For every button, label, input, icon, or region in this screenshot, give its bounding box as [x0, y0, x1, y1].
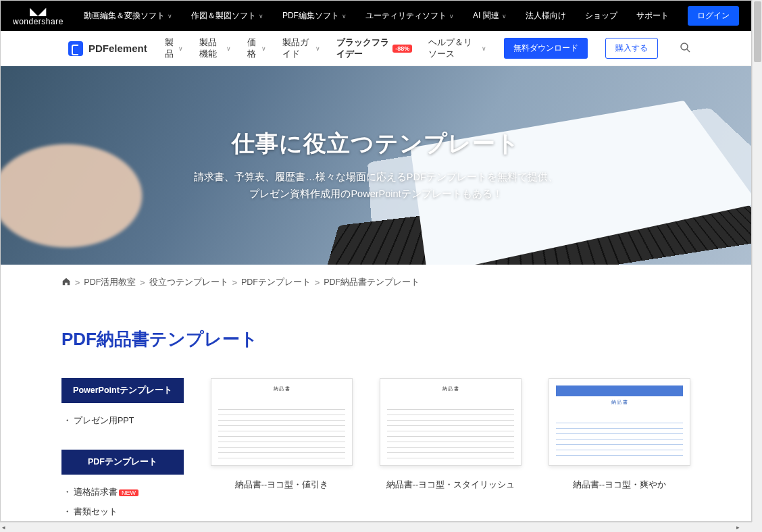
crumb-pdf-templates[interactable]: PDFテンプレート	[241, 277, 311, 288]
new-badge: NEW	[119, 489, 138, 496]
template-card: 納 品 書 納品書--ヨコ型・値引き	[211, 378, 353, 522]
chevron-down-icon: ∨	[342, 13, 347, 20]
template-label: 納品書--ヨコ型・爽やか	[549, 479, 690, 491]
chevron-down-icon: ∨	[226, 45, 231, 52]
svg-line-1	[687, 49, 690, 52]
topnav-ai[interactable]: AI 関連∨	[473, 10, 507, 22]
subnav-product[interactable]: 製品∨	[165, 37, 184, 60]
subnav-blackfriday[interactable]: ブラックフライデー -88%	[336, 37, 412, 60]
login-button[interactable]: ログイン	[688, 6, 739, 26]
download-button[interactable]: 無料ダウンロード	[504, 38, 588, 59]
hero-hand-graphic	[1, 136, 197, 265]
wondershare-logo[interactable]: ◣◢ wondershare	[13, 6, 63, 26]
chevron-down-icon: ∨	[168, 13, 172, 20]
breadcrumb-separator: >	[75, 278, 80, 288]
subnav-price[interactable]: 価格∨	[247, 37, 266, 60]
search-icon[interactable]	[680, 42, 690, 55]
horizontal-scrollbar[interactable]: ◂ ▸	[0, 522, 752, 532]
hero-title: 仕事に役立つテンプレート	[194, 128, 558, 159]
breadcrumb: > PDF活用教室 > 役立つテンプレート > PDFテンプレート > PDF納…	[1, 265, 751, 300]
chevron-down-icon: ∨	[259, 13, 263, 20]
crumb-current: PDF納品書テンプレート	[324, 277, 420, 288]
product-subbar: PDFelement 製品∨ 製品機能∨ 価格∨ 製品ガイド∨ ブラックフライデ…	[1, 31, 751, 66]
pdfelement-logo[interactable]: PDFelement	[68, 41, 147, 56]
buy-button[interactable]: 購入する	[605, 38, 658, 59]
topnav-diagram[interactable]: 作図＆製図ソフト∨	[191, 10, 263, 22]
hero-subtitle-2: プレゼン資料作成用のPowerPointテンプレートもある！	[194, 186, 558, 203]
wondershare-text: wondershare	[13, 17, 63, 26]
hero-subtitle-1: 請求書、予算表、履歴書…様々な場面に応えるPDFテンプレートを無料で提供、	[194, 169, 558, 186]
subnav-guide[interactable]: 製品ガイド∨	[282, 37, 321, 60]
scroll-left-icon[interactable]: ◂	[2, 524, 5, 531]
template-card: 納 品 書 納品書--ヨコ型・スタイリッシュ	[380, 378, 522, 522]
topnav-business[interactable]: 法人様向け	[526, 10, 566, 22]
crumb-pdf-classroom[interactable]: PDF活用教室	[84, 277, 136, 288]
pdfelement-text: PDFelement	[88, 43, 147, 54]
chevron-down-icon: ∨	[261, 45, 266, 52]
topnav-video[interactable]: 動画編集＆変換ソフト∨	[84, 10, 172, 22]
page-title: PDF納品書テンプレート	[1, 327, 751, 351]
subnav-help[interactable]: ヘルプ＆リソース∨	[428, 37, 486, 60]
sidebar: PowerPointテンプレート プレゼン用PPT PDFテンプレート 適格請求…	[61, 378, 184, 522]
global-topbar: ◣◢ wondershare 動画編集＆変換ソフト∨ 作図＆製図ソフト∨ PDF…	[1, 1, 751, 31]
chevron-down-icon: ∨	[502, 13, 507, 20]
topnav-support[interactable]: サポート	[636, 10, 669, 22]
scrollbar-corner	[752, 522, 762, 532]
pdfelement-icon	[68, 41, 83, 56]
crumb-templates[interactable]: 役立つテンプレート	[149, 277, 228, 288]
template-label: 納品書--ヨコ型・スタイリッシュ	[380, 479, 522, 491]
topnav-pdf[interactable]: PDF編集ソフト∨	[282, 10, 347, 22]
template-grid: 納 品 書 納品書--ヨコ型・値引き 納 品 書 納品書--ヨコ型・スタイリッシ…	[211, 378, 690, 522]
sub-nav: 製品∨ 製品機能∨ 価格∨ 製品ガイド∨ ブラックフライデー -88% ヘルプ＆…	[165, 37, 486, 60]
topnav-shop[interactable]: ショップ	[585, 10, 617, 22]
sidebar-item-invoice[interactable]: 適格請求書NEW	[61, 483, 184, 502]
chevron-down-icon: ∨	[178, 45, 183, 52]
svg-point-0	[681, 43, 688, 50]
subnav-features[interactable]: 製品機能∨	[199, 37, 231, 60]
discount-badge: -88%	[392, 45, 412, 53]
template-thumbnail[interactable]: 納 品 書	[549, 378, 690, 466]
sidebar-category-ppt[interactable]: PowerPointテンプレート	[61, 378, 184, 403]
template-thumbnail[interactable]: 納 品 書	[211, 378, 353, 466]
topnav-utility[interactable]: ユーティリティソフト∨	[365, 10, 454, 22]
sidebar-item-presentation-ppt[interactable]: プレゼン用PPT	[61, 411, 184, 431]
template-thumbnail[interactable]: 納 品 書	[380, 378, 522, 466]
scrollbar-thumb[interactable]	[754, 1, 761, 62]
wondershare-icon: ◣◢	[30, 6, 46, 17]
home-icon[interactable]	[61, 277, 71, 288]
vertical-scrollbar[interactable]: ▴	[752, 0, 762, 522]
hero-banner: 仕事に役立つテンプレート 請求書、予算表、履歴書…様々な場面に応えるPDFテンプ…	[1, 66, 751, 265]
template-card: 納 品 書 納品書--ヨコ型・爽やか	[549, 378, 690, 522]
chevron-down-icon: ∨	[482, 45, 486, 52]
sidebar-item-docset[interactable]: 書類セット	[61, 502, 184, 522]
top-nav: 動画編集＆変換ソフト∨ 作図＆製図ソフト∨ PDF編集ソフト∨ ユーティリティソ…	[84, 10, 688, 22]
scroll-right-icon[interactable]: ▸	[736, 524, 740, 531]
chevron-down-icon: ∨	[315, 45, 320, 52]
chevron-down-icon: ∨	[449, 13, 454, 20]
main-content: PowerPointテンプレート プレゼン用PPT PDFテンプレート 適格請求…	[1, 351, 751, 522]
sidebar-category-pdf[interactable]: PDFテンプレート	[61, 450, 184, 475]
template-label: 納品書--ヨコ型・値引き	[211, 479, 353, 491]
